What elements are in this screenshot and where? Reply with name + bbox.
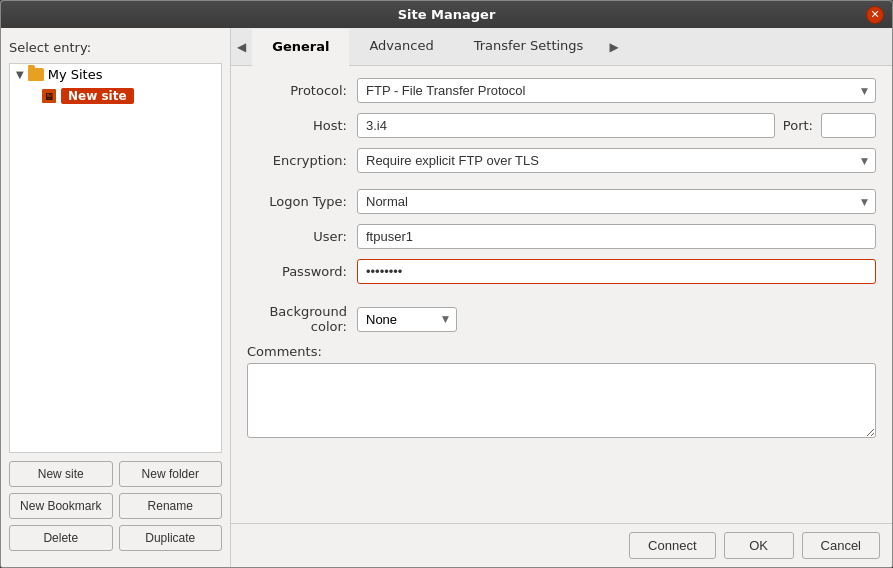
left-panel: Select entry: ▼ My Sites New site New si…: [1, 28, 231, 567]
new-site-button[interactable]: New site: [9, 461, 113, 487]
user-input[interactable]: [357, 224, 876, 249]
tab-transfer-settings[interactable]: Transfer Settings: [454, 28, 604, 65]
site-icon: [42, 89, 56, 103]
right-panel: ◀ General Advanced Transfer Settings ▶ P…: [231, 28, 892, 567]
password-control: [357, 259, 876, 284]
my-sites-label: My Sites: [48, 67, 103, 82]
logon-type-select[interactable]: Normal Anonymous Ask for password Intera…: [357, 189, 876, 214]
encryption-row: Encryption: Require explicit FTP over TL…: [247, 148, 876, 173]
cancel-button[interactable]: Cancel: [802, 532, 880, 559]
delete-button[interactable]: Delete: [9, 525, 113, 551]
protocol-select[interactable]: FTP - File Transfer Protocol SFTP FTPS: [357, 78, 876, 103]
bg-color-select[interactable]: None Red Green Blue Yellow: [357, 307, 457, 332]
encryption-label: Encryption:: [247, 153, 357, 168]
user-row: User:: [247, 224, 876, 249]
next-tab-arrow[interactable]: ▶: [603, 30, 624, 64]
logon-type-control: Normal Anonymous Ask for password Intera…: [357, 189, 876, 214]
site-manager-dialog: Site Manager ✕ Select entry: ▼ My Sites …: [0, 0, 893, 568]
password-label: Password:: [247, 264, 357, 279]
logon-type-row: Logon Type: Normal Anonymous Ask for pas…: [247, 189, 876, 214]
duplicate-button[interactable]: Duplicate: [119, 525, 223, 551]
bg-color-label: Background color:: [247, 304, 357, 334]
close-button[interactable]: ✕: [866, 6, 884, 24]
tab-general[interactable]: General: [252, 29, 349, 66]
tree-arrow: ▼: [16, 69, 24, 80]
tree-item-my-sites[interactable]: ▼ My Sites: [10, 64, 221, 85]
bg-color-row: Background color: None Red Green Blue Ye…: [247, 304, 876, 334]
user-control: [357, 224, 876, 249]
encryption-control: Require explicit FTP over TLS Use explic…: [357, 148, 876, 173]
bg-color-control: None Red Green Blue Yellow: [357, 307, 457, 332]
new-folder-button[interactable]: New folder: [119, 461, 223, 487]
connect-button[interactable]: Connect: [629, 532, 715, 559]
protocol-row: Protocol: FTP - File Transfer Protocol S…: [247, 78, 876, 103]
prev-tab-arrow[interactable]: ◀: [231, 30, 252, 64]
port-input[interactable]: [821, 113, 876, 138]
tree-view: ▼ My Sites New site: [9, 63, 222, 453]
host-input[interactable]: [357, 113, 775, 138]
protocol-label: Protocol:: [247, 83, 357, 98]
encryption-select[interactable]: Require explicit FTP over TLS Use explic…: [357, 148, 876, 173]
logon-type-label: Logon Type:: [247, 194, 357, 209]
comments-textarea[interactable]: [247, 363, 876, 438]
select-entry-label: Select entry:: [1, 36, 230, 63]
tabs-bar: ◀ General Advanced Transfer Settings ▶: [231, 28, 892, 66]
host-label: Host:: [247, 118, 357, 133]
host-row: Host: Port:: [247, 113, 876, 138]
protocol-control: FTP - File Transfer Protocol SFTP FTPS: [357, 78, 876, 103]
titlebar: Site Manager ✕: [1, 1, 892, 28]
dialog-footer: Connect OK Cancel: [231, 523, 892, 567]
bottom-buttons: New site New folder New Bookmark Rename …: [1, 453, 230, 559]
main-content: Select entry: ▼ My Sites New site New si…: [1, 28, 892, 567]
port-label: Port:: [783, 118, 813, 133]
close-icon: ✕: [870, 9, 879, 20]
tab-advanced[interactable]: Advanced: [349, 28, 453, 65]
password-input[interactable]: [357, 259, 876, 284]
password-row: Password:: [247, 259, 876, 284]
user-label: User:: [247, 229, 357, 244]
new-site-badge: New site: [61, 88, 134, 104]
rename-button[interactable]: Rename: [119, 493, 223, 519]
folder-icon: [28, 68, 44, 81]
new-bookmark-button[interactable]: New Bookmark: [9, 493, 113, 519]
ok-button[interactable]: OK: [724, 532, 794, 559]
comments-label: Comments:: [247, 344, 876, 359]
form-area: Protocol: FTP - File Transfer Protocol S…: [231, 66, 892, 523]
comments-section: Comments:: [247, 344, 876, 441]
dialog-title: Site Manager: [398, 7, 496, 22]
site-item-new-site[interactable]: New site: [10, 85, 221, 107]
host-control: Port:: [357, 113, 876, 138]
